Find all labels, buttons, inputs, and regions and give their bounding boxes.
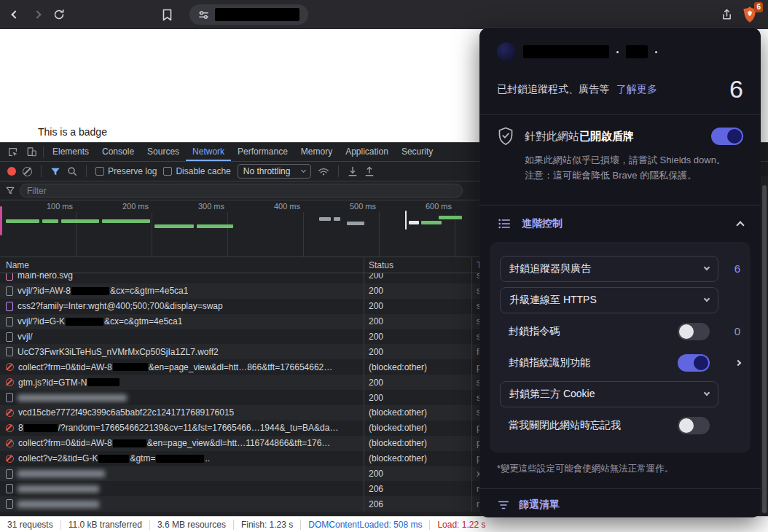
request-status: 200 [364,390,472,405]
network-filter-input[interactable] [20,184,463,197]
summary-item: 11.0 kB transferred [61,520,149,530]
tab-network[interactable]: Network [186,143,231,161]
blocked-request-icon [6,409,14,417]
devtools-tabs: ElementsConsoleSourcesNetworkPerformance… [46,143,439,161]
blocked-request-icon [6,439,14,447]
block-cookies-dropdown[interactable]: 封鎖第三方 Cookie [500,381,718,407]
advanced-controls-toggle[interactable]: 進階控制 [479,206,761,242]
file-type-icon [6,347,13,356]
timeline-activity-bar [439,216,462,219]
bookmark-icon[interactable] [156,4,178,26]
block-trackers-dropdown[interactable]: 封鎖追蹤器與廣告 [500,256,718,282]
block-scripts-toggle[interactable] [678,323,710,340]
disable-cache-label: Disable cache [176,166,230,176]
summary-item: Finish: 1.23 s [234,520,300,530]
column-header-status[interactable]: Status [364,257,472,273]
url-bar[interactable] [189,4,308,25]
redacted-text [113,439,146,447]
scrollbar-thumb[interactable] [762,185,767,513]
learn-more-link[interactable]: 了解更多 [616,83,657,95]
chevron-up-icon [736,221,744,229]
file-type-icon [6,273,13,281]
request-name-text: vvjl/?id=AW-8 [17,286,71,296]
block-scripts-row: 封鎖指令碼 [500,318,718,345]
shields-status-row: 針對此網站已開啟盾牌 [479,115,761,150]
column-header-name[interactable]: Name [0,257,364,273]
network-conditions-icon[interactable] [318,167,329,176]
tab-memory[interactable]: Memory [294,143,339,161]
inspect-element-icon[interactable] [3,143,22,161]
advanced-controls-card: 封鎖追蹤器與廣告 6 升級連線至 HTTPS 封鎖指令碼 0 封鎖指紋識別功能 [490,242,751,453]
funnel-icon [6,187,15,195]
timeline-activity-bar [409,221,419,224]
file-type-icon [6,469,13,479]
tab-elements[interactable]: Elements [46,143,95,161]
forget-site-toggle[interactable] [678,417,710,434]
request-name-text: vvjl/?id=G-K [17,316,65,326]
timeline-activity-bar [334,217,340,221]
devtools-scrollbar[interactable] [761,176,768,515]
request-status: 200 [364,344,472,359]
tab-sources[interactable]: Sources [141,143,186,161]
timeline-activity-bar [102,219,150,223]
tab-console[interactable]: Console [95,143,141,161]
timeline-activity-bar [197,224,233,228]
preserve-log-label: Preserve log [108,166,157,176]
block-fingerprinting-toggle[interactable] [678,354,710,372]
request-status: 206 [364,496,472,512]
filter-lists-link[interactable]: 篩選清單 [479,489,761,517]
tab-application[interactable]: Application [339,143,395,161]
scripts-count: 0 [718,325,740,337]
timeline-tick-label: 500 ms [335,202,376,211]
share-icon[interactable] [716,4,737,26]
request-status: 200 [364,299,472,314]
page-badge-text: This is a badge [38,126,107,138]
record-button[interactable] [7,167,16,176]
preserve-log-checkbox[interactable]: Preserve log [95,166,157,176]
disable-cache-checkbox[interactable]: Disable cache [163,166,230,176]
request-name-text: main-hero.svg [17,273,73,281]
fingerprinting-detail-chevron[interactable] [718,361,740,365]
blocked-request-icon [6,424,14,432]
shields-master-toggle[interactable] [711,128,743,145]
blurred-text [17,394,127,402]
upgrade-https-dropdown[interactable]: 升級連線至 HTTPS [500,287,718,313]
summary-item: 3.6 MB resources [150,520,233,530]
checkbox[interactable] [95,167,104,176]
request-name-text: vcd15cbe7772f49c399c6a5babf22c1241717689… [18,407,234,418]
file-type-icon [6,393,13,402]
tab-performance[interactable]: Performance [231,143,294,161]
timeline-tick-label: 400 ms [259,202,300,211]
site-header [479,28,761,61]
request-name-text: UcC73FwrK3iLTeHuS_nVMrMxCp50SjIa1ZL7.wof… [17,347,219,357]
timeline-gridline [227,212,228,257]
request-status: (blocked:other) [364,451,472,466]
timeline-activity-bar [405,211,407,230]
filter-toggle-icon[interactable] [50,167,60,176]
export-har-icon[interactable] [364,166,375,177]
request-status: 206 [364,481,472,496]
tab-security[interactable]: Security [395,143,439,161]
throttling-select[interactable]: No throttling [238,164,312,179]
search-icon[interactable] [67,166,77,176]
forward-button[interactable] [26,4,48,26]
file-type-icon [6,302,13,311]
dom-content-loaded-time: DOMContentLoaded: 508 ms [301,520,429,530]
blocked-total-count: 6 [729,76,743,103]
request-name-text: gtm.js?id=GTM-N [18,378,87,388]
blocked-request-icon [6,378,14,386]
clear-icon[interactable] [23,167,32,176]
site-settings-icon[interactable] [198,9,209,20]
request-name-text: collect?frm=0&tid=AW-8 [18,438,112,448]
request-status: (blocked:other) [364,436,472,451]
chevron-down-icon [704,265,710,270]
checkbox[interactable] [163,167,172,176]
request-status: 200 [364,466,472,482]
import-har-icon[interactable] [348,166,358,177]
brave-shields-button[interactable]: 6 [742,6,758,23]
back-button[interactable] [4,4,26,26]
reload-button[interactable] [48,4,70,26]
browser-window: 6 This is a badge ElementsConsoleSources… [0,0,768,532]
device-toolbar-icon[interactable] [22,143,41,161]
settings-warning-note: *變更這些設定可能會使網站無法正常運作。 [479,458,761,477]
